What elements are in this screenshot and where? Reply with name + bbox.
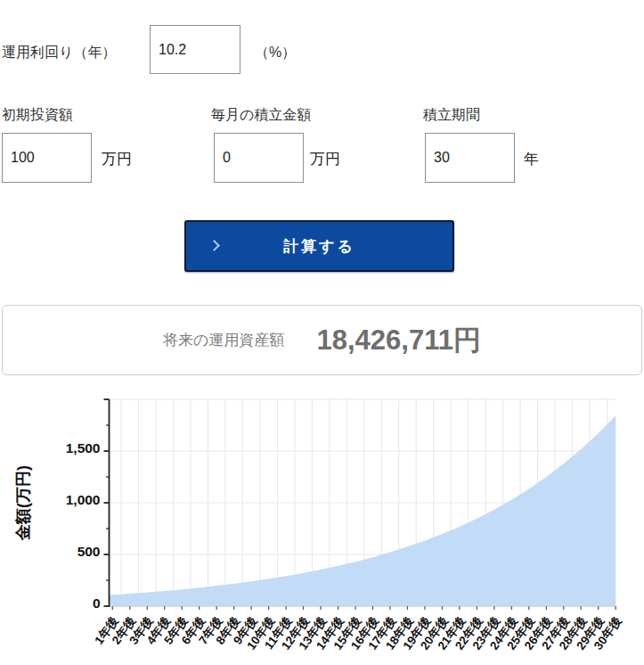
y-tick-label: 0 (93, 595, 101, 611)
period-unit: 年 (524, 149, 539, 169)
calculate-button[interactable]: 計算する (184, 220, 454, 272)
result-value: 18,426,711円 (316, 322, 480, 359)
initial-amount-label: 初期投資額 (2, 106, 73, 125)
chevron-right-icon (208, 240, 220, 251)
calculate-button-label: 計算する (283, 238, 355, 255)
result-label: 将来の運用資産額 (163, 330, 284, 350)
monthly-amount-label: 毎月の積立金額 (211, 106, 311, 125)
monthly-amount-unit: 万円 (310, 149, 340, 169)
y-axis-title: 金額(万円) (14, 465, 32, 541)
period-input[interactable] (425, 133, 515, 183)
initial-amount-unit: 万円 (102, 149, 132, 169)
yield-input[interactable] (150, 25, 240, 74)
initial-amount-input[interactable] (2, 133, 92, 183)
monthly-amount-input[interactable] (214, 133, 304, 183)
asset-growth-chart: 05001,0001,5001年後2年後3年後4年後5年後6年後7年後8年後9年… (0, 392, 644, 665)
period-label: 積立期間 (423, 106, 480, 125)
asset-area-series (110, 415, 616, 606)
result-panel: 将来の運用資産額 18,426,711円 (2, 305, 642, 375)
yield-label: 運用利回り（年） (2, 44, 116, 62)
y-tick-label: 1,000 (66, 492, 101, 507)
y-tick-label: 500 (77, 544, 101, 559)
y-tick-label: 1,500 (66, 440, 101, 456)
yield-unit-label: （%） (255, 44, 296, 62)
